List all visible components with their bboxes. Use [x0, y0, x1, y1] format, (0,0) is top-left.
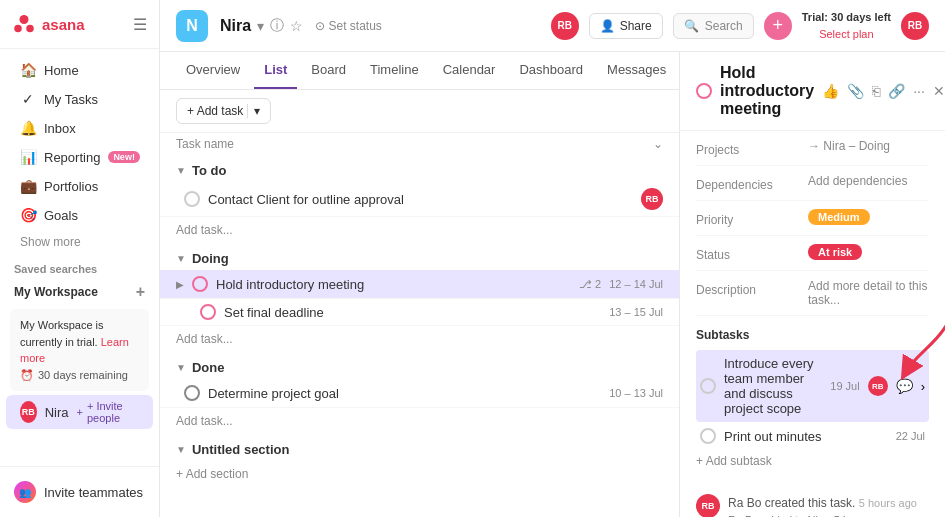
invite-people-inline[interactable]: + + Invite people	[77, 400, 139, 424]
more-icon[interactable]: ···	[913, 83, 925, 99]
detail-task-check[interactable]	[696, 83, 712, 99]
nira-project-label: Nira	[45, 405, 69, 420]
invite-teammates-item[interactable]: 👥 Invite teammates	[0, 475, 159, 509]
sidebar-item-reporting[interactable]: 📊 Reporting New!	[6, 143, 153, 171]
attachment-icon[interactable]: 📎	[847, 83, 864, 99]
tab-board[interactable]: Board	[301, 52, 356, 89]
subtask-check-2[interactable]	[700, 428, 716, 444]
col-sort-icon[interactable]: ⌄	[653, 137, 663, 151]
search-box[interactable]: 🔍 Search	[673, 13, 754, 39]
task-expand-icon-2[interactable]: ▶	[176, 279, 184, 290]
section-header-done[interactable]: ▼ Done	[160, 352, 679, 379]
link-icon[interactable]: 🔗	[888, 83, 905, 99]
sidebar-item-portfolios[interactable]: 💼 Portfolios	[6, 172, 153, 200]
sidebar-bottom: 👥 Invite teammates	[0, 466, 159, 517]
section-header-todo[interactable]: ▼ To do	[160, 155, 679, 182]
workspace-trial-box: My Workspace is currently in trial. Lear…	[10, 309, 149, 391]
search-icon: 🔍	[684, 19, 699, 33]
projects-value[interactable]: → Nira – Doing	[808, 139, 929, 153]
star-icon[interactable]: ☆	[290, 18, 303, 34]
add-task-inline-doing[interactable]: Add task...	[160, 326, 679, 352]
tab-dashboard[interactable]: Dashboard	[509, 52, 593, 89]
sidebar-reporting-label: Reporting	[44, 150, 100, 165]
task-assignee-1: RB	[641, 188, 663, 210]
trial-clock-area: ⏰ 30 days remaining	[20, 367, 139, 384]
subtask-check-1[interactable]	[700, 378, 716, 394]
add-task-inline-todo[interactable]: Add task...	[160, 217, 679, 243]
days-remaining-text: 30 days remaining	[38, 367, 128, 384]
add-task-button[interactable]: + Add task ▾	[176, 98, 271, 124]
section-header-untitled[interactable]: ▼ Untitled section	[160, 434, 679, 461]
asana-logo[interactable]: asana	[12, 12, 85, 36]
task-row-done[interactable]: Determine project goal 10 – 13 Jul	[160, 379, 679, 408]
section-label-todo: To do	[192, 163, 226, 178]
subtask-comment-icon[interactable]: 💬	[896, 378, 913, 394]
share-button[interactable]: 👤 Share	[589, 13, 663, 39]
priority-badge[interactable]: Medium	[808, 209, 870, 225]
add-section-btn[interactable]: + Add section	[160, 461, 679, 487]
hamburger-icon[interactable]: ☰	[133, 15, 147, 34]
subtask-check-inline[interactable]	[200, 304, 216, 320]
portfolios-icon: 💼	[20, 178, 36, 194]
select-plan-link[interactable]: Select plan	[802, 26, 891, 43]
workspace-plus-icon[interactable]: +	[136, 283, 145, 301]
tab-calendar[interactable]: Calendar	[433, 52, 506, 89]
subtask-detail-row-2[interactable]: Print out minutes 22 Jul	[696, 422, 929, 450]
close-icon[interactable]: ✕	[933, 83, 945, 99]
section-header-doing[interactable]: ▼ Doing	[160, 243, 679, 270]
info-icon[interactable]: ⓘ	[270, 17, 284, 35]
sidebar: asana ☰ 🏠 Home ✓ My Tasks 🔔 Inbox 📊 Repo…	[0, 0, 160, 517]
subtask-name-inline: Set final deadline	[224, 305, 601, 320]
subtask-detail-date-2: 22 Jul	[896, 430, 925, 442]
add-subtask-button[interactable]: + Add subtask	[696, 450, 929, 472]
show-more-link[interactable]: Show more	[6, 231, 153, 253]
task-row[interactable]: Contact Client for outline approval RB	[160, 182, 679, 217]
sidebar-item-goals[interactable]: 🎯 Goals	[6, 201, 153, 229]
subtask-chevron-icon[interactable]: ›	[921, 379, 925, 394]
add-circle-button[interactable]: +	[764, 12, 792, 40]
task-check-3[interactable]	[184, 385, 200, 401]
my-workspace-header: My Workspace +	[0, 279, 159, 305]
task-toolbar: + Add task ▾	[160, 90, 679, 133]
sidebar-inbox-label: Inbox	[44, 121, 139, 136]
sidebar-project-nira[interactable]: RB Nira + + Invite people	[6, 395, 153, 429]
tab-timeline[interactable]: Timeline	[360, 52, 429, 89]
goals-icon: 🎯	[20, 207, 36, 223]
inbox-icon: 🔔	[20, 120, 36, 136]
task-check-2[interactable]	[192, 276, 208, 292]
sidebar-item-home[interactable]: 🏠 Home	[6, 56, 153, 84]
subtask-detail-row-1[interactable]: Introduce every team member and discuss …	[696, 350, 929, 422]
section-arrow-todo: ▼	[176, 165, 186, 176]
plus-people-icon: +	[77, 406, 83, 418]
task-row-active[interactable]: ▶ Hold introductory meeting ⎇ 2 12 – 14 …	[160, 270, 679, 299]
add-task-inline-done[interactable]: Add task...	[160, 408, 679, 434]
share-label: Share	[620, 19, 652, 33]
rb-avatar-topbar: RB	[551, 12, 579, 40]
my-tasks-icon: ✓	[20, 91, 36, 107]
sidebar-item-my-tasks[interactable]: ✓ My Tasks	[6, 85, 153, 113]
sidebar-item-inbox[interactable]: 🔔 Inbox	[6, 114, 153, 142]
project-chevron-icon[interactable]: ▾	[257, 18, 264, 34]
set-status-button[interactable]: ⊙ Set status	[315, 19, 382, 33]
dependencies-value[interactable]: Add dependencies	[808, 174, 929, 188]
tab-messages[interactable]: Messages	[597, 52, 676, 89]
project-title-area: Nira ▾ ⓘ ☆	[220, 17, 303, 35]
task-check-1[interactable]	[184, 191, 200, 207]
project-title: Nira	[220, 17, 251, 35]
task-date-2: 12 – 14 Jul	[609, 278, 663, 290]
activity-log-1: Ra Bo added to Nira. 5 hours ago	[728, 512, 929, 517]
thumbs-up-icon[interactable]: 👍	[822, 83, 839, 99]
sidebar-nav: 🏠 Home ✓ My Tasks 🔔 Inbox 📊 Reporting Ne…	[0, 49, 159, 466]
tab-list[interactable]: List	[254, 52, 297, 89]
my-workspace-label: My Workspace	[14, 285, 98, 299]
tab-overview[interactable]: Overview	[176, 52, 250, 89]
subtask-row[interactable]: Set final deadline 13 – 15 Jul	[160, 299, 679, 326]
status-value: At risk	[808, 244, 929, 260]
status-badge[interactable]: At risk	[808, 244, 862, 260]
workspace-trial-label: My Workspace is currently in trial.	[20, 319, 104, 348]
section-arrow-doing: ▼	[176, 253, 186, 264]
svg-point-2	[26, 25, 34, 33]
copy-link-icon[interactable]: ⎗	[872, 83, 880, 99]
description-value[interactable]: Add more detail to this task...	[808, 279, 929, 307]
add-task-dropdown-icon[interactable]: ▾	[247, 104, 260, 118]
